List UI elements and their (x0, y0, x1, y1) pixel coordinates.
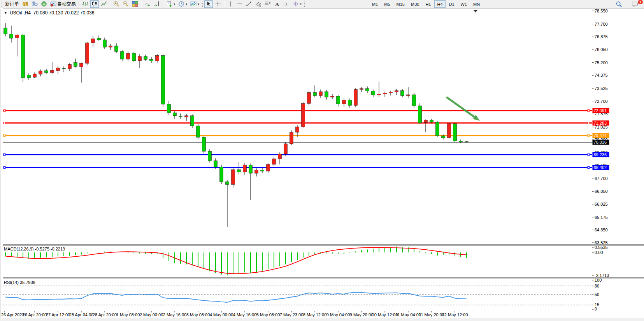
dropdown-arrow-icon[interactable]: ▾ (198, 2, 199, 6)
price-tick-label: 76.875 (595, 34, 608, 39)
timeframe-h1-button[interactable]: H1 (423, 0, 433, 8)
timeframe-m1-button[interactable]: M1 (369, 0, 381, 8)
hline-handle[interactable] (588, 109, 590, 111)
chart-title: USOil-,H4 70.080 70.130 70.022 70.036 (10, 10, 95, 16)
candle-body (27, 75, 31, 78)
timeframe-m15-button[interactable]: M15 (394, 0, 407, 8)
template-icon (190, 1, 197, 7)
shift-icon (154, 1, 160, 7)
horizontal-line-button[interactable] (235, 0, 244, 8)
toolbar-gripper[interactable] (1, 1, 3, 7)
zoom-out-button[interactable] (121, 0, 130, 8)
dropdown-arrow-icon[interactable]: ▾ (186, 2, 187, 6)
timeframe-w1-button[interactable]: W1 (458, 0, 470, 8)
toolbar-separator (224, 1, 225, 7)
candle-body (80, 63, 83, 67)
vertical-line-button[interactable] (226, 0, 235, 8)
timeframe-m30-button[interactable]: M30 (408, 0, 422, 8)
text-label-button[interactable]: T (282, 0, 291, 8)
cursor-button[interactable] (204, 0, 213, 8)
one-click-trading-toggle[interactable]: ▼ (4, 11, 7, 15)
templates-button[interactable]: ▾ (189, 0, 200, 8)
toolbar-gripper[interactable] (304, 1, 305, 7)
timeframe-m5-button[interactable]: M5 (381, 0, 393, 8)
toolbar-separator (163, 1, 163, 7)
auto-scroll-button[interactable] (143, 0, 152, 8)
price-tick-label: 78.550 (595, 9, 608, 13)
hline-handle[interactable] (4, 166, 5, 168)
hline-handle[interactable] (588, 122, 590, 124)
time-tick-label: 1 May 08:00 (116, 312, 140, 317)
candle-body (197, 126, 200, 137)
toolbar-separator (79, 1, 79, 7)
price-tick-label: 74.375 (595, 73, 608, 78)
candle-body (360, 88, 363, 89)
fibonacci-button[interactable]: F (263, 0, 272, 8)
autotrade-button[interactable]: 自动交易 (49, 0, 77, 8)
candle-body (395, 91, 398, 92)
candle-body (10, 34, 13, 38)
hline-handle[interactable] (588, 153, 590, 155)
hline-handle[interactable] (588, 166, 590, 168)
bar-chart-button[interactable] (81, 0, 89, 8)
macd-scale-label: 0.00 (595, 250, 603, 255)
market-watch-button[interactable] (30, 0, 39, 8)
periods-button[interactable]: ▾ (177, 0, 188, 8)
candle-body (86, 43, 89, 63)
chart-canvas[interactable]: 78.55077.70076.87576.05075.20074.37573.5… (0, 9, 644, 321)
candle-body (243, 165, 247, 172)
candlestick-chart-button[interactable] (90, 0, 99, 8)
text-button[interactable]: A (273, 0, 281, 8)
dropdown-arrow-icon[interactable]: ▾ (300, 2, 302, 6)
arrows-button[interactable]: ▾ (291, 0, 303, 8)
zoom-in-button[interactable] (112, 0, 121, 8)
new-order-button[interactable]: 新订单 (4, 0, 20, 8)
hline-handle[interactable] (4, 122, 5, 124)
newchart-icon (166, 1, 172, 7)
autotrade-button-label: 自动交易 (57, 1, 76, 7)
candle-body (167, 104, 171, 113)
candle-body (185, 116, 188, 117)
hline-handle[interactable] (4, 153, 5, 155)
tile-icon (132, 1, 138, 7)
macd-indicator-label: MACD(12,26,9) -0.5275 -0.2219 (4, 247, 65, 251)
candle-body (319, 92, 323, 95)
signals-button[interactable] (40, 0, 48, 8)
trendline-button[interactable] (245, 0, 253, 8)
chat-button[interactable]: 1 (629, 0, 641, 8)
line-chart-button[interactable] (100, 0, 108, 8)
candle-body (313, 92, 317, 95)
zoomin-icon (113, 1, 119, 7)
crosshair-button[interactable] (214, 0, 222, 8)
dropdown-arrow-icon[interactable]: ▾ (174, 2, 175, 6)
hline-handle[interactable] (4, 134, 5, 136)
timeframe-h4-button[interactable]: H4 (434, 0, 445, 8)
tile-windows-button[interactable] (131, 0, 139, 8)
candle-body (424, 120, 428, 122)
candle-body (401, 91, 404, 96)
hline-handle[interactable] (4, 109, 5, 111)
window-bottom-strip (0, 318, 644, 321)
equidistant-channel-button[interactable]: E (254, 0, 263, 8)
shapes-icon (293, 1, 299, 7)
symbols-button[interactable] (21, 0, 30, 8)
search-button[interactable] (613, 0, 625, 8)
clock-icon (178, 1, 184, 7)
candle-body (459, 141, 463, 142)
new-chart-button[interactable]: ▾ (165, 0, 176, 8)
toolbar-gripper[interactable] (202, 1, 203, 7)
timeframe-mn-button[interactable]: MN (470, 0, 483, 8)
timeframe-d1-button[interactable]: D1 (446, 0, 457, 8)
candle-body (74, 63, 77, 67)
macd-scale-label: 0.5535 (595, 245, 608, 250)
price-tick-label: 73.525 (595, 86, 608, 91)
candle-body (214, 161, 218, 167)
price-tick-label: 77.700 (595, 22, 608, 26)
price-badge-label: 68.402 (594, 165, 607, 170)
vline-icon (227, 1, 233, 7)
candle-body (150, 60, 153, 61)
hline-handle[interactable] (588, 134, 590, 136)
candle-body (156, 55, 159, 61)
chart-shift-button[interactable] (153, 0, 161, 8)
time-tick-label: 27 Apr 12:00 (46, 312, 70, 317)
